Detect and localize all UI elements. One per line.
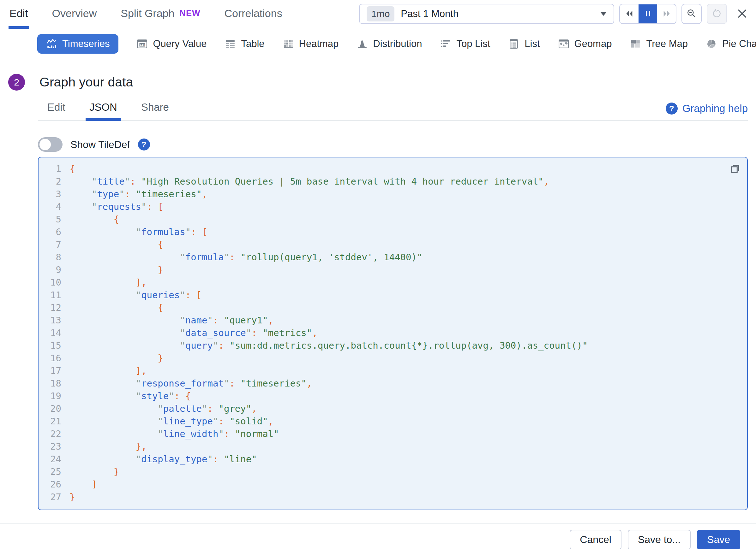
code-line: 2 "title": "High Resolution Queries | 5m… <box>39 175 747 188</box>
line-content: } <box>61 264 163 276</box>
editor-tab-row: EditJSONShare ? Graphing help <box>38 101 748 121</box>
code-line: 15 "query": "sum:dd.metrics.query.batch.… <box>39 339 747 352</box>
line-number: 17 <box>39 364 61 377</box>
nav-tab-split-graph[interactable]: Split GraphNEW <box>121 0 200 29</box>
code-line: 1{ <box>39 163 747 175</box>
line-number: 13 <box>39 314 61 326</box>
save-to-button[interactable]: Save to... <box>628 530 691 549</box>
time-range-selector[interactable]: 1mo Past 1 Month <box>359 4 614 24</box>
chevron-down-icon <box>600 12 607 16</box>
line-content: ], <box>61 276 147 289</box>
line-number: 11 <box>39 289 61 301</box>
editor-tab-edit[interactable]: Edit <box>47 101 65 120</box>
heatmap-icon <box>283 39 294 49</box>
close-button[interactable] <box>736 8 748 20</box>
viz-tab-query-value[interactable]: 3.14Query Value <box>137 38 207 50</box>
close-icon <box>736 8 748 20</box>
line-number: 3 <box>39 188 61 200</box>
code-line: 11 "queries": [ <box>39 289 747 301</box>
nav-tab-label: Edit <box>9 7 28 20</box>
line-number: 4 <box>39 200 61 213</box>
viz-tab-heatmap[interactable]: Heatmap <box>283 38 339 50</box>
fast-forward-button[interactable] <box>657 4 676 23</box>
line-number: 16 <box>39 352 61 364</box>
line-number: 7 <box>39 238 61 251</box>
graphing-help-label: Graphing help <box>682 103 748 115</box>
line-number: 21 <box>39 415 61 427</box>
viz-tab-tree-map[interactable]: Tree Map <box>630 38 688 50</box>
code-line: 4 "requests": [ <box>39 200 747 213</box>
viz-tab-timeseries[interactable]: Timeseries <box>37 34 118 54</box>
cancel-button[interactable]: Cancel <box>570 530 621 549</box>
line-content: } <box>61 491 75 503</box>
line-content: { <box>61 238 163 251</box>
viz-tab-geomap[interactable]: Geomap <box>558 38 612 50</box>
show-tiledef-toggle[interactable] <box>38 137 63 152</box>
code-lines: 1{2 "title": "High Resolution Queries | … <box>39 163 747 503</box>
code-line: 17 ], <box>39 364 747 377</box>
line-number: 22 <box>39 427 61 440</box>
code-line: 19 "style": { <box>39 390 747 402</box>
line-content: "title": "High Resolution Queries | 5m b… <box>61 175 549 188</box>
line-number: 10 <box>39 276 61 289</box>
editor-tab-json[interactable]: JSON <box>89 101 117 120</box>
code-line: 14 "data_source": "metrics", <box>39 326 747 339</box>
distribution-icon <box>357 39 368 49</box>
code-line: 24 "display_type": "line" <box>39 453 747 465</box>
viz-tab-top-list[interactable]: Top List <box>440 38 490 50</box>
line-number: 14 <box>39 326 61 339</box>
line-content: "style": { <box>61 390 191 402</box>
nav-tab-label: Split Graph <box>121 7 174 20</box>
question-icon: ? <box>666 103 678 115</box>
json-editor[interactable]: 1{2 "title": "High Resolution Queries | … <box>38 157 748 510</box>
code-line: 27} <box>39 491 747 503</box>
line-content: "formula": "rollup(query1, 'stddev', 144… <box>61 251 422 264</box>
viz-tab-label: Geomap <box>574 38 612 50</box>
editor-tabs: EditJSONShare <box>38 101 169 120</box>
line-number: 15 <box>39 339 61 352</box>
reset-zoom-button[interactable] <box>707 4 727 24</box>
line-number: 26 <box>39 478 61 491</box>
code-line: 10 ], <box>39 276 747 289</box>
nav-tab-label: Overview <box>52 7 97 20</box>
viz-tab-label: List <box>525 38 540 50</box>
line-content: "formulas": [ <box>61 226 207 238</box>
viz-tab-list[interactable]: List <box>508 38 540 50</box>
nav-tab-overview[interactable]: Overview <box>52 0 97 29</box>
line-number: 8 <box>39 251 61 264</box>
line-content: "data_source": "metrics", <box>61 326 318 339</box>
line-number: 5 <box>39 213 61 226</box>
visualization-type-row: Timeseries3.14Query ValueTableHeatmapDis… <box>0 29 756 59</box>
time-range-tag: 1mo <box>367 6 394 21</box>
code-line: 21 "line_type": "solid", <box>39 415 747 427</box>
pause-button[interactable] <box>639 4 657 23</box>
save-button[interactable]: Save <box>697 530 740 549</box>
viz-tab-distribution[interactable]: Distribution <box>357 38 422 50</box>
line-content: { <box>61 301 163 314</box>
graphing-help-link[interactable]: ? Graphing help <box>666 103 748 120</box>
zoom-out-button[interactable] <box>681 4 702 24</box>
line-number: 20 <box>39 402 61 415</box>
code-line: 5 { <box>39 213 747 226</box>
editor-tab-share[interactable]: Share <box>141 101 169 120</box>
nav-tab-edit[interactable]: Edit <box>9 0 28 29</box>
nav-tab-correlations[interactable]: Correlations <box>224 0 282 29</box>
copy-icon <box>729 171 741 176</box>
viz-tab-pie-chart[interactable]: Pie Chart <box>706 38 756 50</box>
line-number: 9 <box>39 264 61 276</box>
copy-button[interactable] <box>729 163 741 176</box>
step-header: 2 Graph your data <box>0 74 756 91</box>
line-content: "response_format": "timeseries", <box>61 377 312 390</box>
viz-tab-label: Timeseries <box>62 38 110 50</box>
top-list-icon <box>440 39 451 49</box>
svg-text:3.14: 3.14 <box>140 44 145 46</box>
code-line: 8 "formula": "rollup(query1, 'stddev', 1… <box>39 251 747 264</box>
tiledef-help-icon[interactable]: ? <box>138 139 150 151</box>
show-tiledef-label: Show TileDef <box>70 139 130 151</box>
viz-tab-table[interactable]: Table <box>225 38 264 50</box>
zoom-out-icon <box>686 8 697 20</box>
footer-actions: Cancel Save to... Save <box>0 523 756 549</box>
rewind-button[interactable] <box>620 4 639 23</box>
line-content: "type": "timeseries", <box>61 188 207 200</box>
new-badge: NEW <box>179 9 200 18</box>
